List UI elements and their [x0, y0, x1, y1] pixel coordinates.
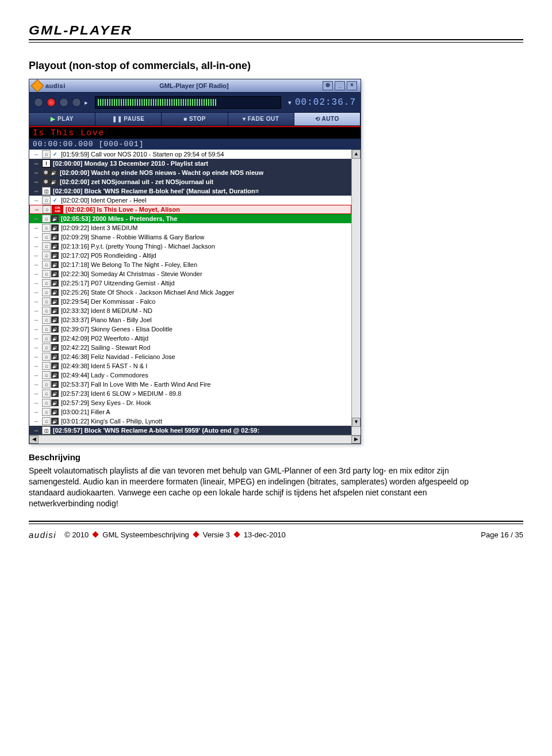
- header-rule: [29, 39, 523, 43]
- playlist-row-text: [02:00:00] Monday 13 December 2010 - Pla…: [51, 160, 208, 167]
- playlist-row[interactable]: ⋯[02:02:00] zet NOSjournaal uit - zet NO…: [29, 177, 351, 186]
- spk-icon: [51, 270, 59, 277]
- playlist-row[interactable]: ⋯[02:57:29] Sexy Eyes - Dr. Hook: [29, 398, 351, 407]
- elapsed-timer: 00:02:36.7: [295, 97, 356, 108]
- playlist-row[interactable]: ⋯ONAIR[02:02:06] Is This Love - Moyet, A…: [29, 205, 351, 214]
- spk-icon: [51, 335, 59, 342]
- spk-icon: [51, 399, 59, 406]
- playlist-row[interactable]: ⋯[02:33:37] Piano Man - Billy Joel: [29, 315, 351, 324]
- tree-connector-icon: ⋯: [30, 252, 42, 259]
- w-icon: [42, 187, 51, 195]
- pause-button[interactable]: ❚❚ PAUSE: [95, 113, 162, 125]
- playlist-row[interactable]: ⋯[02:02:00] Block 'WNS Reclame B-blok he…: [29, 186, 351, 196]
- w-icon: [42, 426, 51, 434]
- playlist-row[interactable]: ⋯[02:02:00] Ident Opener - Heel: [29, 196, 351, 205]
- spk-icon: [51, 289, 59, 296]
- playlist-row[interactable]: ⋯[02:53:37] Fall In Love With Me - Earth…: [29, 380, 351, 389]
- playlist-row[interactable]: ⋯[02:09:22] Ident 3 MEDIUM: [29, 223, 351, 232]
- playlist-row-text: [02:39:07] Skinny Genes - Elisa Doolitle: [59, 326, 172, 333]
- status-strip: ▸ ▾ 00:02:36.7: [29, 92, 361, 113]
- playlist-row[interactable]: ⋯[02:05:53] 2000 Miles - Pretenders, The: [29, 214, 351, 223]
- play-button[interactable]: ▶ PLAY: [29, 113, 95, 125]
- spk-icon: [51, 234, 59, 240]
- playlist-row[interactable]: ⋯[02:42:22] Sailing - Stewart Rod: [29, 343, 351, 352]
- tree-connector-icon: ⋯: [30, 243, 42, 250]
- footer-copyright: © 2010: [64, 530, 89, 539]
- vertical-scrollbar[interactable]: ▲ ▼: [351, 150, 361, 435]
- playlist-row[interactable]: ⋯[03:00:21] Filler A: [29, 407, 351, 417]
- tree-connector-icon: ⋯: [30, 280, 42, 287]
- playlist-row-text: [02:33:32] Ident 8 MEDIUM - ND: [59, 307, 152, 314]
- playlist-row[interactable]: ⋯[02:13:16] P.y.t. (pretty Young Thing) …: [29, 242, 351, 251]
- note-icon: [42, 334, 51, 342]
- playlist-row[interactable]: ⋯[02:00:00] Monday 13 December 2010 - Pl…: [29, 159, 351, 168]
- spk-icon: [51, 362, 59, 369]
- spk-icon: [51, 381, 59, 388]
- note-icon: [42, 380, 51, 388]
- fadeout-button[interactable]: ▾ FADE OUT: [228, 113, 294, 125]
- now-playing-title: Is This Love: [29, 127, 361, 139]
- tree-connector-icon: ⋯: [30, 418, 42, 425]
- playlist-row[interactable]: ⋯[02:57:23] Ident 6 SLOW > MEDIUM - 89.8: [29, 389, 351, 398]
- playlist-row-text: [02:17:18] We Belong To The Night - Fole…: [59, 261, 197, 268]
- close-button[interactable]: ×: [347, 81, 357, 90]
- minimize-button[interactable]: _: [335, 81, 345, 90]
- playlist-row[interactable]: ⋯[02:09:29] Shame - Robbie Williams & Ga…: [29, 232, 351, 242]
- playlist-row-text: [02:09:29] Shame - Robbie Williams & Gar…: [59, 234, 204, 240]
- playlist-row[interactable]: ⋯[02:46:38] Feliz Navidad - Feliciano Jo…: [29, 352, 351, 361]
- playlist-row[interactable]: ⋯[02:39:07] Skinny Genes - Elisa Doolitl…: [29, 324, 351, 334]
- playlist-row[interactable]: ⋯[02:59:57] Block 'WNS Reclame A-blok he…: [29, 426, 351, 435]
- playlist-row[interactable]: ⋯[02:00:00] Wacht op einde NOS nieuws - …: [29, 168, 351, 177]
- playlist-row[interactable]: ⋯[02:33:32] Ident 8 MEDIUM - ND: [29, 306, 351, 315]
- chevron-right-icon[interactable]: ▸: [85, 99, 88, 106]
- tree-connector-icon: ⋯: [30, 298, 42, 306]
- playlist-row-text: [02:42:09] P02 Weerfoto - Altijd: [59, 335, 148, 342]
- scroll-up-button[interactable]: ▲: [352, 150, 361, 159]
- scroll-left-button[interactable]: ◀: [29, 436, 39, 444]
- auto-button[interactable]: ⟲ AUTO: [294, 113, 361, 125]
- playlist-row[interactable]: ⋯[02:22:30] Someday At Christmas - Stevi…: [29, 269, 351, 278]
- spk-icon: [51, 280, 59, 287]
- tree-connector-icon: ⋯: [31, 206, 43, 213]
- playlist-row-text: [02:02:00] Ident Opener - Heel: [59, 197, 147, 204]
- note-icon: [43, 205, 51, 213]
- playlist-row[interactable]: ⋯[02:17:02] P05 Rondleiding - Altijd: [29, 251, 351, 260]
- playlist-row-text: [02:33:37] Piano Man - Billy Joel: [59, 316, 152, 323]
- tree-connector-icon: ⋯: [30, 261, 42, 269]
- tree-connector-icon: ⋯: [30, 215, 42, 223]
- playlist-row[interactable]: ⋯[02:49:44] Lady - Commodores: [29, 371, 351, 380]
- playlist-row-text: [02:00:00] Wacht op einde NOS nieuws - W…: [58, 169, 263, 176]
- playlist-row[interactable]: ⋯[02:25:17] P07 Uitzending Gemist - Alti…: [29, 278, 351, 288]
- playlist-row[interactable]: ⋯[02:49:38] Ident 5 FAST - N & I: [29, 361, 351, 371]
- playlist-row-text: [02:02:06] Is This Love - Moyet, Alison: [64, 206, 180, 213]
- note-icon: [42, 233, 51, 241]
- note-icon: [42, 362, 51, 370]
- playlist[interactable]: ⋯[01:59:59] Call voor NOS 2010 - Starten…: [29, 150, 351, 435]
- led-1-icon: [34, 98, 43, 107]
- tree-connector-icon: ⋯: [30, 335, 42, 342]
- titlebar[interactable]: audisi GML-Player [OF Radio] ⊕ _ ×: [29, 79, 361, 92]
- playlist-row-text: [02:02:00] zet NOSjournaal uit - zet NOS…: [58, 178, 213, 185]
- playlist-row-text: [02:57:23] Ident 6 SLOW > MEDIUM - 89.8: [59, 390, 181, 397]
- note-icon: [42, 261, 51, 269]
- horizontal-scrollbar[interactable]: ◀ ▶: [29, 435, 361, 444]
- chevron-down-icon[interactable]: ▾: [288, 99, 292, 106]
- footer-doc: GML Systeembeschrijving: [102, 530, 189, 539]
- scroll-down-button[interactable]: ▼: [352, 418, 361, 427]
- playlist-row-text: [02:09:22] Ident 3 MEDIUM: [59, 224, 137, 231]
- playlist-row[interactable]: ⋯[02:29:54] Der Kommissar - Falco: [29, 297, 351, 306]
- note-icon: [42, 417, 51, 425]
- footer-brand: audisi: [29, 530, 56, 540]
- tree-connector-icon: ⋯: [30, 270, 42, 278]
- playlist-row[interactable]: ⋯[02:17:18] We Belong To The Night - Fol…: [29, 260, 351, 269]
- stop-button[interactable]: ■ STOP: [162, 113, 228, 125]
- playlist-row-text: [02:05:53] 2000 Miles - Pretenders, The: [59, 215, 177, 222]
- note-icon: [42, 325, 51, 333]
- pin-button[interactable]: ⊕: [323, 81, 333, 90]
- playlist-row[interactable]: ⋯[01:59:59] Call voor NOS 2010 - Starten…: [29, 150, 351, 159]
- note-icon: [42, 307, 51, 315]
- playlist-row[interactable]: ⋯[02:25:26] State Of Shock - Jackson Mic…: [29, 288, 351, 297]
- scroll-right-button[interactable]: ▶: [351, 436, 361, 444]
- playlist-row[interactable]: ⋯[03:01:22] King's Call - Philip, Lynott: [29, 417, 351, 426]
- playlist-row[interactable]: ⋯[02:42:09] P02 Weerfoto - Altijd: [29, 334, 351, 343]
